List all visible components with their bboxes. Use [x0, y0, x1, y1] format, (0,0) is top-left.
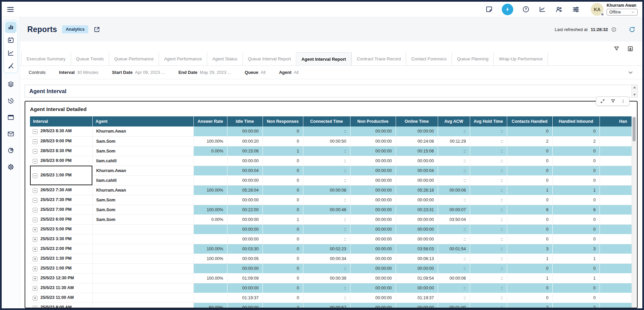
agent-cell[interactable] [92, 224, 193, 234]
metric-cell[interactable]: 1 [507, 273, 552, 283]
metric-cell[interactable] [600, 273, 632, 283]
metric-cell[interactable]: :: [470, 166, 507, 175]
metric-cell[interactable]: 00:00:57 [303, 303, 350, 308]
metric-cell[interactable]: 1 [507, 185, 552, 195]
agent-cell[interactable] [92, 263, 193, 273]
agent-interval-detailed-widget[interactable]: Agent Interval Detailed IntervalAgentAns… [25, 101, 638, 308]
metric-cell[interactable]: 00:22:00 [227, 205, 263, 215]
help-button[interactable]: ? [522, 5, 530, 13]
column-header-han[interactable]: Han [600, 116, 632, 126]
metric-cell[interactable] [600, 156, 632, 166]
metric-cell[interactable]: 0 [507, 283, 552, 293]
metric-cell[interactable] [600, 205, 632, 215]
metric-cell[interactable]: 00:00:00 [350, 146, 396, 156]
metric-cell[interactable] [193, 283, 227, 293]
metric-cell[interactable]: 0 [507, 293, 552, 303]
interval-cell[interactable]: +25/5/23 3:30 PM [30, 234, 92, 244]
metric-cell[interactable]: :: [303, 195, 350, 205]
filter-end-date[interactable]: End DateMay 29, 2023 ... [178, 70, 231, 75]
widget-more-options-button[interactable] [621, 98, 625, 104]
report-scroll-spinner[interactable] [632, 85, 637, 97]
metric-cell[interactable]: :: [470, 215, 507, 224]
expand-widget-button[interactable] [600, 98, 605, 104]
metric-cell[interactable]: 00:00:00 [227, 234, 263, 244]
metric-cell[interactable]: 00:00:00 [396, 263, 438, 273]
metric-cell[interactable]: 00:00:00 [350, 303, 396, 308]
metric-cell[interactable]: :: [470, 303, 507, 308]
metric-cell[interactable]: 00:00:06 [438, 185, 470, 195]
metric-cell[interactable]: 0 [552, 224, 600, 234]
collapse-toggle-icon[interactable]: − [33, 139, 37, 144]
metric-cell[interactable]: 00:00:00 [350, 185, 396, 195]
metric-cell[interactable] [193, 175, 227, 185]
metric-cell[interactable]: :: [470, 126, 507, 136]
interval-cell[interactable]: −28/5/23 9:00 PM [30, 136, 92, 146]
expand-toggle-icon[interactable]: + [33, 286, 37, 291]
tab-agent-performance[interactable]: Agent Performance [159, 52, 207, 65]
metric-cell[interactable]: :: [303, 293, 350, 303]
metric-cell[interactable]: :: [438, 146, 470, 156]
metric-cell[interactable]: 0 [552, 175, 600, 185]
metric-cell[interactable]: :: [470, 195, 507, 205]
metric-cell[interactable]: 3 [552, 244, 600, 254]
metric-cell[interactable]: 00:00:00 [396, 215, 438, 224]
metric-cell[interactable]: :: [470, 283, 507, 293]
metric-cell[interactable]: 0 [263, 175, 303, 185]
metric-cell[interactable]: 00:00:00 [350, 234, 396, 244]
metric-cell[interactable]: :: [438, 166, 470, 175]
column-header-online-time[interactable]: Online Time [396, 116, 438, 126]
metric-cell[interactable]: 00:00:00 [350, 273, 396, 283]
widget-filter-button[interactable] [610, 98, 616, 104]
metric-cell[interactable]: 0 [263, 254, 303, 263]
expand-toggle-icon[interactable]: + [33, 296, 37, 301]
expand-toggle-icon[interactable]: + [33, 257, 37, 261]
tab-queue-performance[interactable]: Queue Performance [109, 52, 159, 65]
metric-cell[interactable]: 00:00:00 [227, 195, 263, 205]
interval-cell[interactable]: −29/5/23 8:30 AM [30, 126, 92, 136]
interval-cell[interactable]: −28/5/23 8:30 PM [30, 146, 92, 156]
metric-cell[interactable]: :: [470, 263, 507, 273]
metric-cell[interactable]: 00:00:05 [227, 254, 263, 263]
metric-cell[interactable]: :: [470, 205, 507, 215]
metric-cell[interactable]: 01:09:09 [227, 273, 263, 283]
metric-cell[interactable]: 0 [507, 195, 552, 205]
metric-cell[interactable]: 0 [507, 166, 552, 175]
table-row[interactable]: −26/5/23 1:00 PMKhurram.Awan00:00:040::0… [30, 166, 632, 175]
agent-cell[interactable]: Sam.Som [92, 195, 193, 205]
metric-cell[interactable]: :: [438, 224, 470, 234]
metric-cell[interactable]: 0 [263, 205, 303, 215]
metric-cell[interactable]: 0 [263, 244, 303, 254]
metric-cell[interactable]: :: [470, 185, 507, 195]
metric-cell[interactable]: 0 [507, 263, 552, 273]
table-row[interactable]: −26/5/23 9:00 PMliam.cahill00:00:000::00… [30, 156, 632, 166]
agent-cell[interactable]: Sam.Som [92, 205, 193, 215]
agent-cell[interactable]: Sam.Som [92, 136, 193, 146]
column-header-avg-acw[interactable]: Avg ACW [438, 116, 470, 126]
download-button[interactable] [627, 46, 634, 52]
metric-cell[interactable]: 00:00:00 [227, 283, 263, 293]
scroll-up-icon[interactable] [633, 86, 636, 88]
expand-toggle-icon[interactable]: + [33, 306, 37, 308]
metric-cell[interactable]: 3 [507, 244, 552, 254]
metric-cell[interactable] [193, 166, 227, 175]
table-row[interactable]: +25/5/23 1:00 PM00:00:000::00:00:0000:00… [30, 263, 632, 273]
preferences-button[interactable] [572, 5, 580, 13]
metric-cell[interactable]: 0 [263, 224, 303, 234]
metric-cell[interactable]: 1 [552, 254, 600, 263]
interval-cell[interactable]: +25/5/23 11:00 AM [30, 293, 92, 303]
table-row[interactable]: +25/5/23 11:30 AM00:00:000::00:00:0000:0… [30, 283, 632, 293]
metric-cell[interactable]: 03:56:03 [396, 244, 438, 254]
interval-cell[interactable]: −25/5/23 7:00 PM [30, 205, 92, 215]
table-scrollbar[interactable] [632, 116, 636, 308]
metric-cell[interactable]: 00:15:06 [396, 146, 438, 156]
table-row[interactable]: −28/5/23 8:30 PMSam.Som0.00%00:15:061::0… [30, 146, 632, 156]
sidebar-item-settings[interactable] [5, 161, 17, 173]
metric-cell[interactable]: :: [303, 224, 350, 234]
interval-cell[interactable]: +25/5/23 11:30 AM [30, 283, 92, 293]
metric-cell[interactable] [600, 263, 632, 273]
metric-cell[interactable]: 100.00% [193, 273, 227, 283]
metric-cell[interactable] [600, 215, 632, 224]
table-row[interactable]: +25/5/23 5:00 PM00:00:000::00:00:0000:00… [30, 224, 632, 234]
metric-cell[interactable]: 00:01:54 [438, 244, 470, 254]
metric-cell[interactable]: 0 [552, 263, 600, 273]
